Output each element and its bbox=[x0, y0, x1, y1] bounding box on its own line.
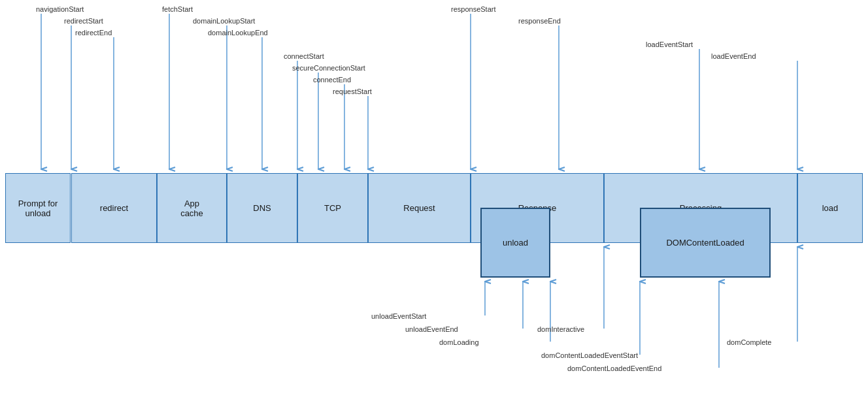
svg-text:loadEventEnd: loadEventEnd bbox=[711, 52, 756, 60]
svg-text:unloadEventStart: unloadEventStart bbox=[371, 312, 426, 320]
svg-text:domainLookupStart: domainLookupStart bbox=[193, 17, 255, 25]
svg-text:redirectEnd: redirectEnd bbox=[75, 29, 112, 37]
svg-text:domInteractive: domInteractive bbox=[537, 325, 584, 333]
svg-text:loadEventStart: loadEventStart bbox=[646, 40, 693, 48]
svg-text:domLoading: domLoading bbox=[439, 338, 479, 346]
box-tcp: TCP bbox=[297, 173, 368, 243]
svg-text:domContentLoadedEventStart: domContentLoadedEventStart bbox=[541, 351, 638, 359]
box-load: load bbox=[797, 173, 863, 243]
svg-text:redirectStart: redirectStart bbox=[64, 17, 103, 25]
svg-text:unloadEventEnd: unloadEventEnd bbox=[405, 325, 458, 333]
box-dns: DNS bbox=[227, 173, 297, 243]
svg-text:responseStart: responseStart bbox=[451, 5, 495, 13]
svg-text:navigationStart: navigationStart bbox=[36, 5, 84, 13]
svg-text:connectEnd: connectEnd bbox=[313, 76, 351, 84]
timing-diagram: navigationStartredirectStartredirectEndf… bbox=[0, 0, 868, 420]
svg-text:domContentLoadedEventEnd: domContentLoadedEventEnd bbox=[567, 364, 661, 372]
svg-text:secureConnectionStart: secureConnectionStart bbox=[292, 64, 365, 72]
box-redirect: redirect bbox=[71, 173, 157, 243]
svg-text:fetchStart: fetchStart bbox=[162, 5, 193, 13]
box-unload: unload bbox=[480, 208, 550, 278]
box-prompt: Prompt for unload bbox=[5, 173, 71, 243]
box-appcache: App cache bbox=[157, 173, 227, 243]
svg-text:domComplete: domComplete bbox=[727, 338, 771, 346]
svg-text:domainLookupEnd: domainLookupEnd bbox=[208, 29, 268, 37]
svg-text:responseEnd: responseEnd bbox=[518, 17, 561, 25]
svg-text:connectStart: connectStart bbox=[284, 52, 324, 60]
svg-text:requestStart: requestStart bbox=[333, 88, 372, 95]
box-domcontentloaded: DOMContentLoaded bbox=[640, 208, 771, 278]
box-request: Request bbox=[368, 173, 471, 243]
